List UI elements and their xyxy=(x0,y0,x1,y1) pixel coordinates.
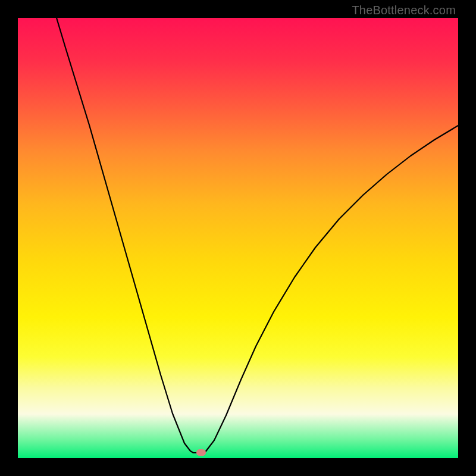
chart-plot-area xyxy=(18,18,458,458)
curve-svg xyxy=(18,18,458,458)
watermark-text: TheBottleneck.com xyxy=(352,4,456,17)
curve-path xyxy=(57,18,458,453)
minimum-marker xyxy=(196,449,206,456)
chart-outer-frame: TheBottleneck.com xyxy=(0,0,476,476)
